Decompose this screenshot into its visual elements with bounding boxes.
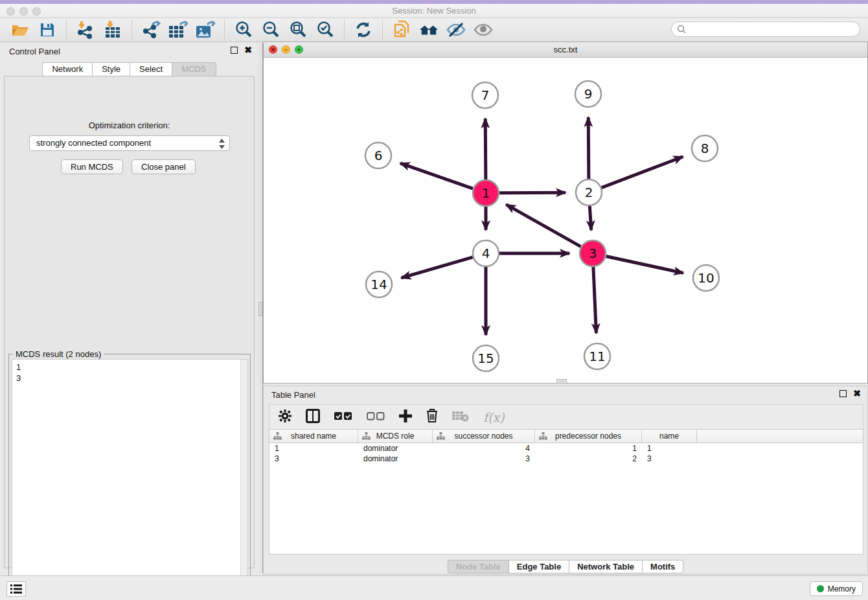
search-input[interactable]: [686, 25, 848, 34]
zoom-out-icon[interactable]: [261, 21, 280, 39]
tab-node-table[interactable]: Node Table: [448, 560, 508, 573]
graph-edge-1-2[interactable]: [499, 192, 565, 193]
zoom-window-icon[interactable]: [32, 7, 41, 16]
close-window-icon[interactable]: [6, 7, 15, 16]
graph-edge-3-1[interactable]: [506, 205, 580, 247]
delete-column-icon[interactable]: [426, 409, 438, 425]
minimize-window-icon[interactable]: [19, 7, 28, 16]
window-title: Session: New Session: [0, 4, 868, 18]
control-panel-header: Control Panel ✖: [0, 43, 258, 61]
column-header-MCDS-role[interactable]: MCDS role: [358, 430, 433, 443]
vertical-split-divider[interactable]: [258, 43, 263, 573]
add-column-icon[interactable]: [399, 410, 412, 425]
tab-network-table[interactable]: Network Table: [569, 560, 642, 573]
export-network-icon[interactable]: [141, 21, 161, 39]
show-panel-eye-icon[interactable]: [474, 21, 493, 39]
graph-node-label: 11: [589, 349, 605, 364]
function-builder-icon: f(x): [483, 410, 505, 424]
search-icon: [677, 25, 686, 34]
toolbar-separator: [224, 20, 225, 40]
show-column-panel-icon[interactable]: [306, 409, 320, 426]
graph-edge-4-14[interactable]: [402, 257, 473, 278]
network-window-titlebar[interactable]: ✕ − + scc.txt: [264, 42, 867, 58]
column-header-successor-nodes[interactable]: successor nodes: [433, 430, 535, 443]
network-window-title: scc.txt: [264, 42, 867, 57]
run-mcds-button[interactable]: Run MCDS: [61, 159, 123, 174]
split-handle[interactable]: [258, 302, 262, 316]
graph-edge-1-6[interactable]: [400, 163, 473, 189]
table-cell[interactable]: 3: [642, 454, 697, 464]
horizontal-split-handle[interactable]: [556, 379, 567, 384]
export-image-icon[interactable]: [196, 21, 215, 39]
zoom-selected-icon[interactable]: [315, 21, 335, 39]
tab-select[interactable]: Select: [130, 62, 172, 76]
graph-edge-3-10[interactable]: [606, 256, 683, 273]
clone-network-icon[interactable]: [392, 21, 411, 39]
table-cell[interactable]: 1: [642, 443, 697, 454]
result-scrollbar[interactable]: [240, 360, 247, 594]
node-table[interactable]: shared nameMCDS rolesuccessor nodesprede…: [269, 429, 863, 555]
graph-edge-2-9[interactable]: [588, 117, 589, 179]
close-table-panel-icon[interactable]: ✖: [853, 390, 861, 397]
hide-panel-eye-icon[interactable]: [446, 21, 466, 39]
graph-edge-2-3[interactable]: [589, 206, 591, 230]
graph-edge-1-7[interactable]: [485, 119, 486, 179]
mcds-result-list[interactable]: 1 3: [12, 359, 248, 595]
table-cell[interactable]: 4: [433, 443, 535, 454]
graph-edge-2-8[interactable]: [602, 157, 683, 188]
zoom-in-icon[interactable]: [234, 21, 253, 39]
tab-network[interactable]: Network: [42, 62, 92, 76]
table-cell[interactable]: 2: [535, 454, 642, 464]
window-traffic-lights[interactable]: [6, 6, 45, 18]
optimization-criterion-label: Optimization criterion:: [5, 121, 254, 130]
close-network-icon[interactable]: ✕: [269, 45, 277, 54]
toolbar-separator: [382, 20, 383, 40]
deselect-all-rows-icon[interactable]: [367, 411, 385, 423]
close-panel-button[interactable]: Close panel: [131, 159, 196, 174]
table-cell[interactable]: 3: [269, 454, 358, 464]
table-cell[interactable]: 3: [433, 454, 535, 464]
search-field[interactable]: [671, 21, 860, 37]
save-session-icon[interactable]: [38, 21, 57, 39]
table-row[interactable]: 1dominator411: [269, 443, 863, 454]
table-cell[interactable]: dominator: [358, 454, 433, 464]
column-header-predecessor-nodes[interactable]: predecessor nodes: [535, 430, 642, 443]
minimize-network-icon[interactable]: −: [282, 45, 290, 54]
control-panel: Control Panel ✖ Network Style Select MCD…: [0, 43, 258, 573]
table-row[interactable]: 3dominator323: [269, 454, 863, 464]
import-table-icon[interactable]: [103, 21, 122, 39]
tab-motifs[interactable]: Motifs: [642, 560, 683, 573]
table-settings-gear-icon[interactable]: [279, 410, 291, 425]
graph-edge-3-11[interactable]: [593, 267, 596, 333]
network-graph-canvas[interactable]: 7968124314101511: [264, 58, 867, 383]
tab-edge-table[interactable]: Edge Table: [508, 560, 569, 573]
criterion-dropdown[interactable]: strongly connected component: [29, 135, 230, 151]
close-panel-icon[interactable]: ✖: [244, 47, 252, 54]
maximize-network-icon[interactable]: +: [295, 45, 303, 54]
task-history-button[interactable]: [6, 581, 26, 597]
table-cell[interactable]: 1: [269, 443, 358, 454]
mcds-result-title: MCDS result (2 nodes): [13, 349, 104, 359]
tab-style[interactable]: Style: [92, 62, 130, 76]
tab-mcds[interactable]: MCDS: [172, 62, 216, 76]
refresh-layout-icon[interactable]: [354, 21, 373, 39]
graph-node-label: 6: [374, 148, 383, 163]
show-overview-icon[interactable]: [419, 21, 439, 39]
table-cell[interactable]: 1: [535, 443, 642, 454]
table-rows: 1dominator4113dominator323: [269, 443, 863, 464]
control-panel-title: Control Panel: [9, 47, 60, 56]
graph-node-label: 1: [482, 185, 490, 201]
zoom-fit-icon[interactable]: [288, 21, 308, 39]
column-label: name: [659, 432, 679, 441]
mcds-panel-body: Optimization criterion: strongly connect…: [4, 76, 255, 568]
float-panel-icon[interactable]: [231, 47, 238, 54]
select-all-rows-icon[interactable]: [334, 411, 352, 423]
float-table-panel-icon[interactable]: [839, 390, 847, 397]
column-header-shared-name[interactable]: shared name: [269, 430, 358, 443]
column-header-name[interactable]: name: [642, 430, 697, 443]
memory-status-button[interactable]: Memory: [810, 581, 863, 596]
table-cell[interactable]: dominator: [358, 443, 433, 454]
export-table-icon[interactable]: [168, 21, 188, 39]
import-network-icon[interactable]: [76, 21, 95, 39]
open-session-icon[interactable]: [10, 21, 30, 39]
